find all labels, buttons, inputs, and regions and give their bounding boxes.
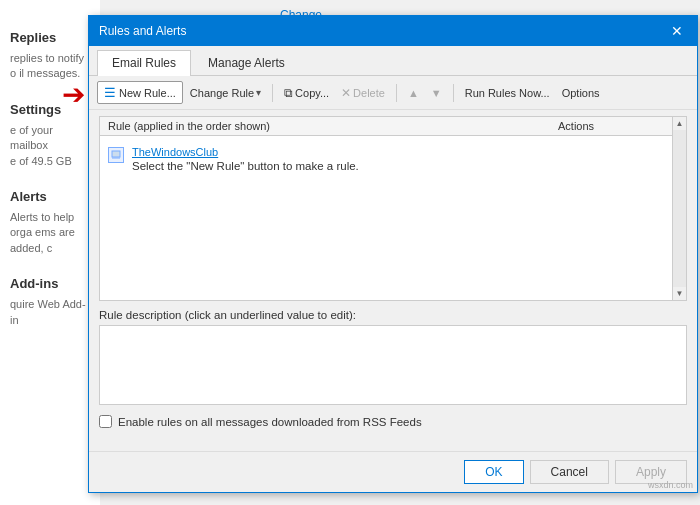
rss-checkbox[interactable] [99, 415, 112, 428]
move-down-button[interactable]: ▼ [426, 84, 447, 102]
description-box[interactable] [99, 325, 687, 405]
run-rules-button[interactable]: Run Rules Now... [460, 84, 555, 102]
delete-button[interactable]: ✕ Delete [336, 83, 390, 103]
move-up-button[interactable]: ▲ [403, 84, 424, 102]
rss-checkbox-label: Enable rules on all messages downloaded … [118, 416, 422, 428]
bg-settings-text: e of your mailbox [10, 123, 90, 154]
bg-addins-text: quire Web Add-in [10, 297, 90, 328]
change-rule-dropdown-icon: ▾ [256, 87, 261, 98]
copy-button[interactable]: ⧉ Copy... [279, 83, 334, 103]
new-rule-label: New Rule... [119, 87, 176, 99]
options-label: Options [562, 87, 600, 99]
title-bar: Rules and Alerts ✕ [89, 16, 697, 46]
bg-alerts-text: Alerts to help orga ems are added, c [10, 210, 90, 256]
table-scrollbar[interactable]: ▲ ▼ [672, 117, 686, 300]
empty-row-text: Select the "New Rule" button to make a r… [132, 160, 359, 172]
toolbar: ☰ New Rule... Change Rule ▾ ⧉ Copy... ✕ … [89, 76, 697, 110]
col-rule-header: Rule (applied in the order shown) [108, 120, 558, 132]
rule-icon [108, 147, 124, 163]
tab-bar: Email Rules Manage Alerts [89, 46, 697, 76]
new-rule-button[interactable]: ☰ New Rule... [97, 81, 183, 104]
bg-addins-title: Add-ins [10, 276, 90, 291]
move-up-icon: ▲ [408, 87, 419, 99]
arrow-indicator: ➔ [62, 78, 85, 111]
cancel-button[interactable]: Cancel [530, 460, 609, 484]
table-body: TheWindowsClub Select the "New Rule" but… [100, 136, 686, 182]
toolbar-separator-2 [396, 84, 397, 102]
rules-table: Rule (applied in the order shown) Action… [99, 116, 687, 301]
rss-checkbox-row: Enable rules on all messages downloaded … [99, 415, 687, 428]
svg-rect-0 [112, 151, 120, 157]
move-down-icon: ▼ [431, 87, 442, 99]
scroll-up-arrow[interactable]: ▲ [674, 117, 686, 130]
change-rule-label: Change Rule [190, 87, 254, 99]
bg-alerts-title: Alerts [10, 189, 90, 204]
site-label[interactable]: TheWindowsClub [132, 146, 359, 158]
dialog-footer: OK Cancel Apply [89, 451, 697, 492]
close-button[interactable]: ✕ [667, 24, 687, 38]
rules-alerts-dialog: Rules and Alerts ✕ Email Rules Manage Al… [88, 15, 698, 493]
scroll-track [673, 130, 686, 287]
toolbar-separator-3 [453, 84, 454, 102]
dialog-title: Rules and Alerts [99, 24, 186, 38]
copy-icon: ⧉ [284, 86, 293, 100]
tab-email-rules[interactable]: Email Rules [97, 50, 191, 76]
ok-button[interactable]: OK [464, 460, 523, 484]
scroll-down-arrow[interactable]: ▼ [674, 287, 686, 300]
table-row: TheWindowsClub Select the "New Rule" but… [108, 142, 678, 176]
options-button[interactable]: Options [557, 84, 605, 102]
copy-label: Copy... [295, 87, 329, 99]
bg-replies-title: Replies [10, 30, 90, 45]
delete-label: Delete [353, 87, 385, 99]
new-rule-icon: ☰ [104, 85, 116, 100]
tab-manage-alerts[interactable]: Manage Alerts [193, 50, 300, 75]
table-header: Rule (applied in the order shown) Action… [100, 117, 686, 136]
watermark: wsxdn.com [648, 480, 693, 490]
bg-size-text: e of 49.5 GB [10, 154, 90, 169]
description-label: Rule description (click an underlined va… [99, 309, 687, 321]
delete-icon: ✕ [341, 86, 351, 100]
change-rule-button[interactable]: Change Rule ▾ [185, 84, 266, 102]
col-actions-header: Actions [558, 120, 678, 132]
main-content: Rule (applied in the order shown) Action… [89, 110, 697, 434]
toolbar-separator-1 [272, 84, 273, 102]
run-rules-label: Run Rules Now... [465, 87, 550, 99]
